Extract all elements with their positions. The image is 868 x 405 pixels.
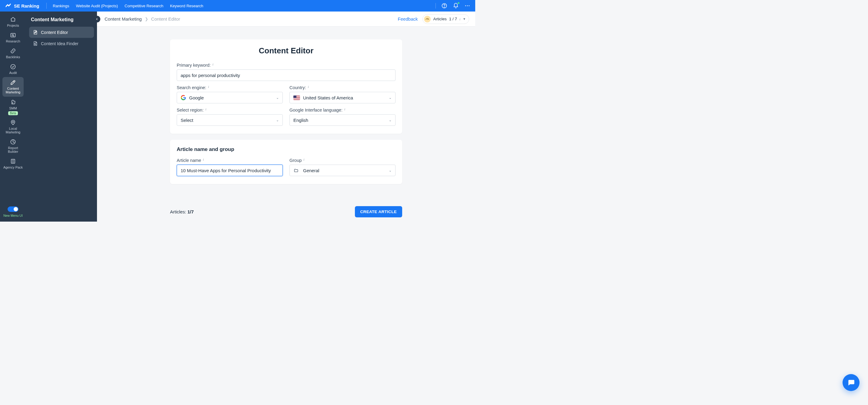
chevron-down-icon: ⌄ [389,168,392,173]
language-select[interactable]: English ⌄ [289,114,396,126]
gauge-icon [424,16,431,23]
subnav-content-idea-finder[interactable]: Content Idea Finder [29,38,94,49]
articles-count: Articles: 1/7 [170,209,194,214]
search-engine-select[interactable]: Google ⌄ [177,92,283,103]
main: Content Marketing ❯ Content Editor Feedb… [97,11,475,222]
rail-label: Backlinks [6,55,20,59]
search-engine-field: Search engine:i Google ⌄ [177,85,283,103]
breadcrumb-content-editor: Content Editor [151,17,180,22]
header-right: Feedback Articles 1 / 7 i ▼ [398,14,469,24]
rail-content-marketing[interactable]: Content Marketing [2,77,24,96]
chevron-down-icon: ⌄ [389,96,392,100]
articles-pill[interactable]: Articles 1 / 7 i ▼ [423,14,469,24]
group-field: Groupi General ⌄ [289,158,396,176]
rail-label: Report Builder [3,146,23,153]
rail-label: Research [6,39,20,43]
info-icon: i [460,17,460,21]
brand-mark-icon [5,2,11,9]
back-button[interactable] [94,16,100,23]
rail-smm[interactable]: SMM [2,97,24,111]
folder-icon [293,168,299,173]
svg-rect-5 [11,33,16,37]
search-engine-label: Search engine:i [177,85,283,90]
country-field: Country:i United States of America ⌄ [289,85,396,103]
feedback-link[interactable]: Feedback [398,17,418,22]
breadcrumb: Content Marketing ❯ Content Editor [104,17,180,22]
rail-label: Audit [9,71,17,74]
info-icon[interactable]: i [303,158,304,161]
subnav-title: Content Marketing [31,17,92,23]
svg-point-3 [467,5,468,6]
group-select[interactable]: General ⌄ [289,165,396,176]
google-icon [181,95,186,100]
region-field: Select region:i Select ⌄ [177,107,283,126]
brand-logo[interactable]: SE Ranking [5,2,39,9]
rail-projects[interactable]: Projects [2,14,24,30]
rail-agency-pack[interactable]: Agency Pack [2,156,24,172]
chevron-down-icon: ⌄ [276,118,279,122]
info-icon[interactable]: i [208,85,209,89]
rail-backlinks[interactable]: Backlinks [2,45,24,61]
info-icon[interactable]: i [308,85,309,89]
country-label: Country:i [289,85,396,90]
beta-badge: Beta [8,111,18,115]
help-icon[interactable] [441,3,447,9]
new-ui-toggle[interactable] [7,207,19,212]
card-editor-settings: Content Editor Primary keyword:i Search … [170,39,402,134]
chevron-down-icon: ⌄ [276,96,279,100]
info-icon[interactable]: i [344,107,345,111]
separator [46,3,47,9]
svg-point-8 [12,121,13,122]
breadcrumb-content-marketing[interactable]: Content Marketing [104,17,142,22]
rail-label: Local Marketing [3,127,23,134]
info-icon[interactable]: i [203,158,204,161]
svg-point-6 [12,35,13,36]
article-name-field: Article namei [177,158,283,176]
left-rail: Projects Research Backlinks Audit Conten… [0,11,26,222]
card-article-name: Article name and group Article namei Gro… [170,140,402,184]
nav-keyword-research[interactable]: Keyword Research [170,4,204,8]
svg-point-7 [11,65,16,69]
region-select[interactable]: Select ⌄ [177,114,283,126]
topbar: SE Ranking Rankings Website Audit (Proje… [0,0,475,11]
language-label: Google Interface language:i [289,107,396,113]
articles-pill-label: Articles [433,17,446,21]
notification-dot [458,2,460,4]
notifications-icon[interactable] [453,3,459,9]
svg-point-1 [444,7,444,7]
subnav: Content Marketing Content Editor Content… [26,11,97,222]
chevron-down-icon: ⌄ [389,118,392,122]
rail-label: SMM [9,106,17,110]
rail-bottom: New Menu UI [3,207,23,217]
region-value: Select [181,118,193,123]
nav-rankings[interactable]: Rankings [53,4,69,8]
article-name-input[interactable] [177,165,283,176]
country-select[interactable]: United States of America ⌄ [289,92,396,103]
info-icon[interactable]: i [206,107,207,111]
articles-pill-count: 1 / 7 [449,17,457,21]
search-engine-value: Google [189,95,204,100]
primary-keyword-label: Primary keyword:i [177,63,396,68]
subnav-content-editor[interactable]: Content Editor [29,27,94,38]
rail-local-marketing[interactable]: Local Marketing [2,117,24,136]
rail-research[interactable]: Research [2,30,24,45]
new-ui-label: New Menu UI [3,214,23,217]
svg-point-11 [35,43,36,44]
main-header: Content Marketing ❯ Content Editor Feedb… [97,11,475,27]
group-value: General [303,168,319,173]
us-flag-icon [293,95,300,100]
svg-point-4 [469,5,469,6]
rail-audit[interactable]: Audit [2,61,24,77]
more-icon[interactable] [464,3,470,9]
create-article-button[interactable]: CREATE ARTICLE [355,206,402,217]
nav-website-audit[interactable]: Website Audit (Projects) [76,4,118,8]
content-scroll[interactable]: Content Editor Primary keyword:i Search … [97,27,475,222]
topbar-right [435,3,470,9]
separator [435,3,436,8]
caret-down-icon: ▼ [463,17,466,21]
rail-report-builder[interactable]: Report Builder [2,136,24,156]
rail-label: Projects [7,24,19,27]
primary-keyword-input[interactable] [177,69,396,81]
nav-competitive-research[interactable]: Competitive Research [125,4,163,8]
info-icon[interactable]: i [213,62,213,66]
